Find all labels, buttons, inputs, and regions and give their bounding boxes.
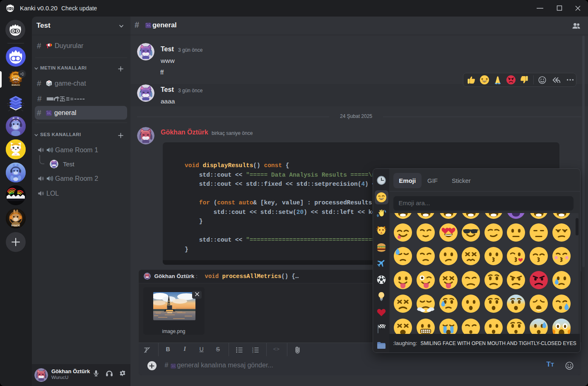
svg-text:VOICE: VOICE — [11, 224, 20, 227]
svg-text:3: 3 — [252, 351, 253, 353]
svg-text:WURUCU: WURUCU — [12, 84, 20, 86]
